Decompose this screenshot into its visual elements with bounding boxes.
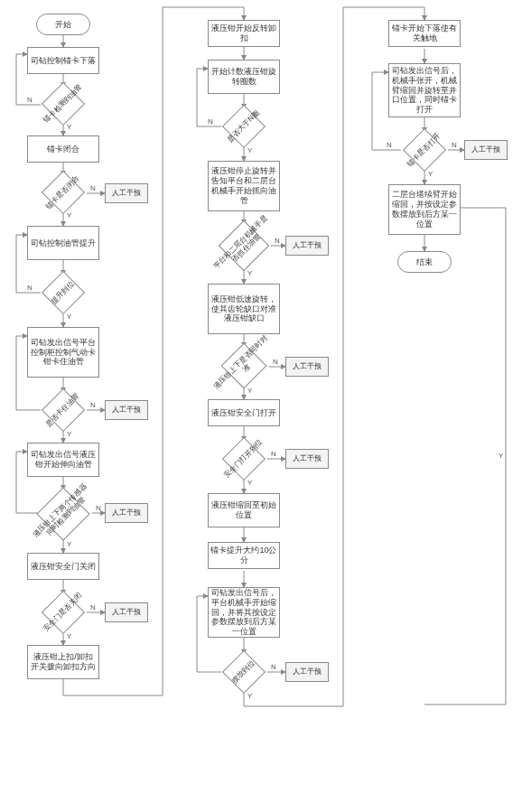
p13-process: 液压钳缩回至初始位置 [208, 493, 280, 527]
d5-no: N [96, 504, 101, 512]
d9-no: N [273, 358, 278, 366]
p12-process: 液压钳安全门打开 [208, 399, 280, 426]
d3-no: N [27, 284, 33, 292]
d12-no-left: N [387, 141, 392, 149]
d8-yes: Y [247, 269, 252, 277]
p10-process: 液压钳停止旋转并告知平台和二层台机械手开始抓向油管 [208, 161, 280, 211]
int4-text: 人工干预 [112, 608, 141, 617]
d7-no: N [208, 117, 213, 126]
d2-decision: 锚卡是否闭合 [40, 175, 87, 210]
int7-text: 人工干预 [293, 454, 322, 463]
int2: 人工干预 [105, 400, 148, 420]
p15-text: 司钻发出信号后，平台机械手开始缩回，并将其按设定参数摆放到后方某一位置 [210, 588, 277, 637]
d6-no: N [90, 603, 96, 611]
p12-text: 液压钳安全门打开 [211, 408, 276, 418]
d9-decision: 液压钳上下是否同时对准 [219, 347, 269, 385]
p3-text: 司钻控制油管提升 [31, 238, 96, 248]
p5-process: 司钻发出信号液压钳开始伸向油管 [27, 443, 99, 477]
d9-yes: Y [247, 387, 252, 395]
d11-yes: Y [247, 692, 252, 700]
p1-text: 司钻控制锚卡下落 [31, 56, 96, 66]
int1: 人工干预 [105, 183, 148, 203]
p8-text: 液压钳开始反转卸扣 [210, 23, 277, 43]
int3-text: 人工干预 [112, 509, 141, 518]
int8: 人工干预 [285, 662, 329, 682]
p14-text: 锚卡提升大约10公分 [210, 546, 277, 565]
p2-process: 锚卡闭合 [27, 135, 99, 163]
p3-process: 司钻控制油管提升 [27, 226, 99, 260]
int9-text: 人工干预 [471, 145, 500, 154]
end-label: 结束 [416, 257, 433, 267]
int8-text: 人工干预 [293, 667, 322, 677]
p16-text: 锚卡开始下落使有关触地 [391, 23, 458, 43]
p14-process: 锚卡提升大约10公分 [208, 542, 280, 569]
d10-decision: 安全门打开到位 [220, 441, 267, 477]
d4-yes: Y [67, 430, 71, 438]
d12-yes: Y [428, 170, 433, 178]
p16-process: 锚卡开始下落使有关触地 [388, 20, 461, 47]
d6-yes: Y [67, 632, 71, 640]
d5-yes: Y [67, 540, 71, 548]
d3-decision: 提升到位 [40, 275, 87, 311]
d1-decision: 锚卡检测到油管 [40, 87, 87, 121]
d4-no: N [90, 401, 96, 409]
d12-no: N [452, 141, 457, 149]
int7: 人工干预 [285, 449, 329, 469]
p4-process: 司钻发出信号平台控制柜控制气动卡钳卡住油管 [27, 327, 99, 378]
p18-process: 二层台塔续臂开始缩回，并按设定参数摆放到后方某一位置 [388, 184, 461, 235]
int9: 人工干预 [464, 140, 508, 160]
p1-process: 司钻控制锚卡下落 [27, 47, 99, 74]
d10-yes: Y [247, 479, 252, 487]
d3-yes: Y [67, 313, 71, 321]
int1-text: 人工干预 [112, 189, 141, 198]
p11-text: 液压钳低速旋转，使其齿轮缺口对准液压钳缺口 [210, 294, 277, 323]
d8-no: N [275, 237, 280, 245]
p5-text: 司钻发出信号液压钳开始伸向油管 [30, 450, 97, 470]
p8-process: 液压钳开始反转卸扣 [208, 20, 280, 47]
p18-text: 二层台塔续臂开始缩回，并按设定参数摆放到后方某一位置 [391, 190, 458, 229]
int4: 人工干预 [105, 602, 148, 622]
start-terminator: 开始 [36, 14, 90, 35]
p6-text: 液压钳安全门关闭 [31, 562, 96, 572]
d4-decision: 是否卡住油管 [40, 392, 87, 428]
d1-yes: Y [67, 123, 71, 131]
int6-text: 人工干预 [293, 362, 322, 371]
p11-process: 液压钳低速旋转，使其齿轮缺口对准液压钳缺口 [208, 284, 280, 334]
int5: 人工干预 [285, 236, 329, 256]
d5-decision: 液压钳上下两个传感器同时检测到油管 [34, 490, 92, 538]
d1-no: N [27, 96, 33, 104]
int2-text: 人工干预 [112, 406, 141, 415]
d2-yes: Y [67, 211, 71, 219]
p4-text: 司钻发出信号平台控制柜控制气动卡钳卡住油管 [30, 338, 97, 367]
d11-decision: 摆放到位 [220, 654, 267, 690]
int3: 人工干预 [105, 503, 148, 523]
p17-text: 司钻发出信号后，机械手张开，机械臂缩回并旋转至井口位置，同时锚卡打开 [391, 66, 458, 115]
p10-text: 液压钳停止旋转并告知平台和二层台机械手开始抓向油管 [210, 166, 277, 205]
p9-process: 开始计数液压钳旋转圈数 [208, 60, 280, 94]
d10-no: N [271, 450, 276, 458]
p6-process: 液压钳安全门关闭 [27, 553, 99, 580]
d11-no: N [271, 663, 276, 671]
p7-process: 液压钳上扣/卸扣开关拨向卸扣方向 [27, 645, 99, 679]
d12-decision: 锚卡是否打开 [401, 132, 448, 168]
int6: 人工干预 [285, 357, 329, 377]
p17-process: 司钻发出信号后，机械手张开，机械臂缩回并旋转至井口位置，同时锚卡打开 [388, 63, 461, 117]
d8-decision: 平台和二层台机械手是否抓住油管 [217, 224, 271, 267]
d7-decision: 是否大于N圈 [220, 108, 267, 145]
d7-yes: Y [247, 146, 252, 154]
end-terminator: 结束 [397, 251, 452, 273]
p2-text: 锚卡闭合 [47, 145, 79, 154]
p7-text: 液压钳上扣/卸扣开关拨向卸扣方向 [30, 652, 97, 672]
int5-text: 人工干预 [293, 241, 322, 250]
d6-decision: 安全门是否关闭 [40, 594, 87, 630]
p13-text: 液压钳缩回至初始位置 [210, 500, 277, 520]
p15-process: 司钻发出信号后，平台机械手开始缩回，并将其按设定参数摆放到后方某一位置 [208, 587, 280, 638]
start-label: 开始 [55, 20, 71, 30]
d2-no: N [90, 184, 96, 192]
p9-text: 开始计数液压钳旋转圈数 [210, 67, 277, 87]
long-arc-y: Y [499, 452, 503, 460]
